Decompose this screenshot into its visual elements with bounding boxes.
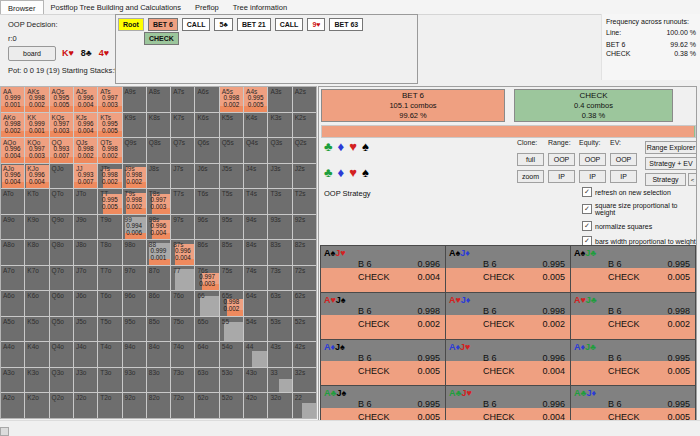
matrix-cell-Q9s[interactable]: Q9s	[123, 138, 146, 163]
matrix-cell-93o[interactable]: 93o	[123, 368, 146, 393]
matrix-cell-72o[interactable]: 72o	[171, 393, 194, 418]
menu-tab[interactable]: Browser	[0, 0, 44, 14]
matrix-cell-K5o[interactable]: K5o	[25, 317, 48, 342]
matrix-cell-J8s[interactable]: J8s	[147, 164, 170, 189]
matrix-cell-92s[interactable]: 92s	[293, 215, 316, 240]
matrix-cell-J7s[interactable]: J7s	[171, 164, 194, 189]
matrix-cell-98s[interactable]: 98s0.9960.004	[147, 215, 170, 240]
matrix-cell-77[interactable]: 77	[171, 266, 194, 291]
matrix-cell-KQo[interactable]: KQo0.9970.003	[25, 138, 48, 163]
tree-node-check[interactable]: CHECK	[144, 32, 179, 45]
spade-suit-icon[interactable]: ♠	[362, 166, 369, 180]
matrix-cell-65s[interactable]: 65s0.9980.002	[220, 291, 243, 316]
matrix-cell-T4o[interactable]: T4o	[98, 342, 121, 367]
matrix-cell-JTs[interactable]: JTs0.9980.002	[98, 164, 121, 189]
strategy-button[interactable]: Strategy	[645, 173, 686, 186]
matrix-cell-Q6s[interactable]: Q6s	[195, 138, 218, 163]
tree-node[interactable]: 9♥	[307, 18, 325, 31]
diamond-suit-icon[interactable]: ♦	[338, 166, 345, 180]
matrix-cell-Q3s[interactable]: Q3s	[268, 138, 291, 163]
matrix-cell-Q5s[interactable]: Q5s	[220, 138, 243, 163]
matrix-cell-T8o[interactable]: T8o	[98, 240, 121, 265]
matrix-cell-42s[interactable]: 42s	[293, 342, 316, 367]
tree-node[interactable]: BET 6	[148, 18, 178, 31]
tree-node[interactable]: CALL	[182, 18, 211, 31]
matrix-cell-T7o[interactable]: T7o	[98, 266, 121, 291]
matrix-cell-84s[interactable]: 84s	[244, 240, 267, 265]
matrix-cell-J4o[interactable]: J4o	[74, 342, 97, 367]
matrix-cell-A5s[interactable]: A5s0.9980.002	[220, 87, 243, 112]
matrix-cell-99[interactable]: 990.9940.006	[123, 215, 146, 240]
matrix-cell-75s[interactable]: 75s	[220, 266, 243, 291]
matrix-cell-JJ[interactable]: JJ0.9930.007	[74, 164, 97, 189]
matrix-cell-84o[interactable]: 84o	[147, 342, 170, 367]
ip-button[interactable]: IP	[610, 170, 637, 183]
matrix-cell-K7s[interactable]: K7s	[171, 113, 194, 138]
matrix-cell-J3o[interactable]: J3o	[74, 368, 97, 393]
matrix-cell-J2o[interactable]: J2o	[74, 393, 97, 418]
matrix-cell-76s[interactable]: 76s0.9970.003	[195, 266, 218, 291]
matrix-cell-82s[interactable]: 82s	[293, 240, 316, 265]
matrix-cell-97s[interactable]: 97s	[171, 215, 194, 240]
menu-tab[interactable]: Postflop Tree Building and Calculations	[44, 0, 189, 14]
matrix-cell-KJs[interactable]: KJs0.9960.004	[74, 113, 97, 138]
tree-node[interactable]: CALL	[275, 18, 304, 31]
option-square-size-proportional-to-weight[interactable]: ✓square size proportional to weight	[582, 202, 696, 216]
board-button[interactable]: board	[8, 46, 56, 61]
matrix-cell-33[interactable]: 33	[268, 368, 291, 393]
matrix-cell-A7o[interactable]: A7o	[1, 266, 24, 291]
matrix-cell-Q8s[interactable]: Q8s	[147, 138, 170, 163]
matrix-cell-K4o[interactable]: K4o	[25, 342, 48, 367]
matrix-cell-44[interactable]: 44	[244, 342, 267, 367]
matrix-cell-T7s[interactable]: T7s	[171, 189, 194, 214]
matrix-cell-ATo[interactable]: ATo	[1, 189, 24, 214]
matrix-cell-A4s[interactable]: A4s0.9950.005	[244, 87, 267, 112]
matrix-cell-A9s[interactable]: A9s	[123, 87, 146, 112]
matrix-cell-T3o[interactable]: T3o	[98, 368, 121, 393]
matrix-cell-AQs[interactable]: AQs0.9950.005	[50, 87, 73, 112]
matrix-cell-K3s[interactable]: K3s	[268, 113, 291, 138]
matrix-cell-K2o[interactable]: K2o	[25, 393, 48, 418]
matrix-cell-32o[interactable]: 32o	[268, 393, 291, 418]
matrix-cell-T2s[interactable]: T2s	[293, 189, 316, 214]
matrix-cell-66[interactable]: 66	[195, 291, 218, 316]
matrix-cell-85s[interactable]: 85s	[220, 240, 243, 265]
matrix-cell-96o[interactable]: 96o	[123, 291, 146, 316]
matrix-cell-J4s[interactable]: J4s	[244, 164, 267, 189]
matrix-cell-92o[interactable]: 92o	[123, 393, 146, 418]
matrix-cell-82o[interactable]: 82o	[147, 393, 170, 418]
matrix-cell-Q7s[interactable]: Q7s	[171, 138, 194, 163]
matrix-cell-AKs[interactable]: AKs0.9980.002	[25, 87, 48, 112]
matrix-cell-K8o[interactable]: K8o	[25, 240, 48, 265]
matrix-cell-A6s[interactable]: A6s	[195, 87, 218, 112]
matrix-cell-Q2s[interactable]: Q2s	[293, 138, 316, 163]
menu-tab[interactable]: Tree information	[226, 0, 294, 14]
matrix-cell-KTo[interactable]: KTo	[25, 189, 48, 214]
matrix-cell-JTo[interactable]: JTo	[74, 189, 97, 214]
matrix-cell-K9s[interactable]: K9s	[123, 113, 146, 138]
matrix-cell-Q5o[interactable]: Q5o	[50, 317, 73, 342]
matrix-cell-T5o[interactable]: T5o	[98, 317, 121, 342]
matrix-cell-87o[interactable]: 87o	[147, 266, 170, 291]
matrix-cell-K9o[interactable]: K9o	[25, 215, 48, 240]
club-suit-icon[interactable]: ♣	[324, 140, 333, 154]
matrix-cell-98o[interactable]: 98o	[123, 240, 146, 265]
matrix-cell-QTs[interactable]: QTs0.9980.002	[98, 138, 121, 163]
matrix-cell-K2s[interactable]: K2s	[293, 113, 316, 138]
ip-button[interactable]: IP	[548, 170, 575, 183]
matrix-cell-T6s[interactable]: T6s	[195, 189, 218, 214]
matrix-cell-86s[interactable]: 86s	[195, 240, 218, 265]
matrix-cell-T2o[interactable]: T2o	[98, 393, 121, 418]
diamond-suit-icon[interactable]: ♦	[338, 140, 345, 154]
heart-suit-icon[interactable]: ♥	[349, 140, 357, 154]
matrix-cell-43s[interactable]: 43s	[268, 342, 291, 367]
matrix-cell-T4s[interactable]: T4s	[244, 189, 267, 214]
matrix-cell-64o[interactable]: 64o	[195, 342, 218, 367]
matrix-cell-AKo[interactable]: AKo0.9980.002	[1, 113, 24, 138]
matrix-cell-AA[interactable]: AA0.9990.001	[1, 87, 24, 112]
matrix-cell-KK[interactable]: KK0.9990.001	[25, 113, 48, 138]
matrix-cell-Q9o[interactable]: Q9o	[50, 215, 73, 240]
matrix-cell-J9s[interactable]: J9s0.9980.002	[123, 164, 146, 189]
oop-button[interactable]: OOP	[579, 153, 606, 166]
tree-node[interactable]: Root	[118, 18, 144, 31]
